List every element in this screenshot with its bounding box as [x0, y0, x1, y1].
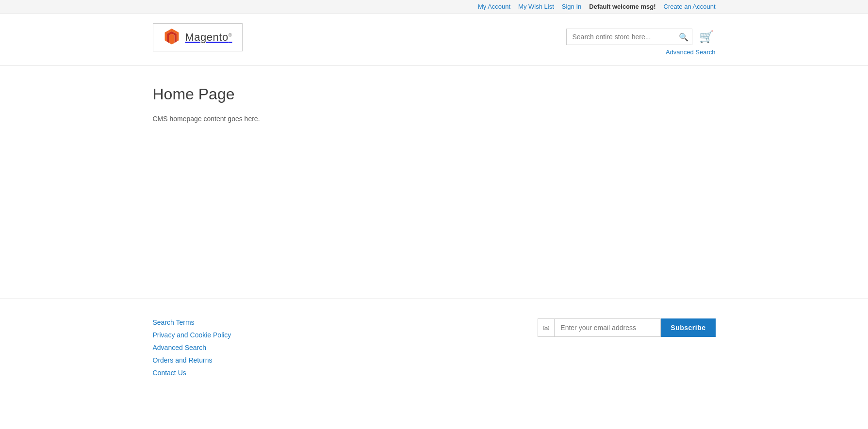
- sign-in-link[interactable]: Sign In: [562, 3, 581, 10]
- footer-link[interactable]: Search Terms: [153, 318, 231, 326]
- footer-link[interactable]: Advanced Search: [153, 344, 231, 351]
- main-content: Home Page CMS homepage content goes here…: [143, 85, 725, 279]
- newsletter-area: ✉ Subscribe: [538, 318, 715, 337]
- subscribe-button[interactable]: Subscribe: [661, 318, 715, 337]
- site-header: Magento® 🔍 🛒 Advanced Search: [0, 14, 868, 66]
- site-footer: Search TermsPrivacy and Cookie PolicyAdv…: [0, 299, 868, 391]
- magento-logo-icon: [163, 29, 180, 46]
- welcome-message: Default welcome msg!: [589, 3, 655, 10]
- create-account-link[interactable]: Create an Account: [664, 3, 716, 10]
- my-wish-list-link[interactable]: My Wish List: [518, 3, 554, 10]
- search-area: 🔍 🛒 Advanced Search: [566, 28, 716, 56]
- search-button[interactable]: 🔍: [679, 32, 688, 42]
- top-bar: My Account My Wish List Sign In Default …: [0, 0, 868, 14]
- envelope-icon: ✉: [538, 318, 554, 337]
- logo-text: Magento®: [185, 31, 232, 44]
- my-account-link[interactable]: My Account: [478, 3, 510, 10]
- newsletter-email-input[interactable]: [554, 318, 661, 337]
- logo-box: Magento®: [153, 23, 243, 51]
- footer-link[interactable]: Privacy and Cookie Policy: [153, 331, 231, 339]
- search-input[interactable]: [566, 29, 692, 45]
- footer-link[interactable]: Contact Us: [153, 369, 231, 377]
- advanced-search-header-link[interactable]: Advanced Search: [666, 48, 716, 56]
- logo-link[interactable]: Magento®: [153, 23, 243, 51]
- footer-links: Search TermsPrivacy and Cookie PolicyAdv…: [153, 318, 231, 377]
- footer-link[interactable]: Orders and Returns: [153, 356, 231, 364]
- cms-content: CMS homepage content goes here.: [153, 115, 716, 123]
- search-input-wrap: 🔍: [566, 29, 692, 45]
- page-title: Home Page: [153, 85, 716, 103]
- cart-icon: 🛒: [699, 30, 714, 43]
- svg-marker-2: [169, 34, 174, 45]
- cart-button[interactable]: 🛒: [697, 28, 716, 46]
- search-icon: 🔍: [679, 33, 688, 41]
